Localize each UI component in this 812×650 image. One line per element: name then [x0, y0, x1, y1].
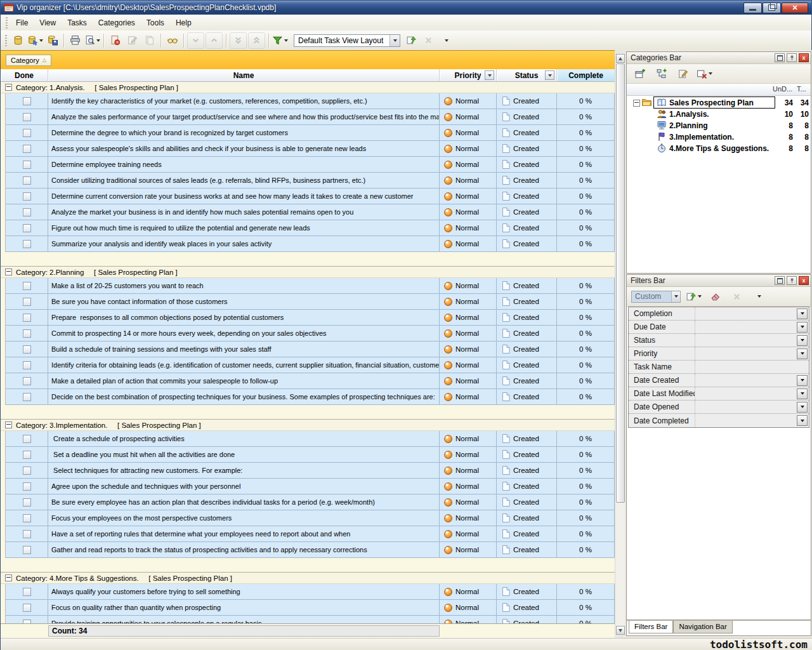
- task-name-cell[interactable]: Select techniques for attracting new cus…: [48, 463, 440, 479]
- menu-file[interactable]: File: [10, 17, 34, 29]
- column-header-status[interactable]: Status: [497, 69, 557, 81]
- scroll-up-button[interactable]: [616, 54, 625, 63]
- column-header-total[interactable]: T...: [797, 85, 806, 93]
- task-name-cell[interactable]: Assess your salespeople's skills and abi…: [48, 141, 440, 157]
- category-group-header[interactable]: Category: 4.More Tips & Suggestions. [ S…: [1, 573, 615, 584]
- filter-dropdown-button[interactable]: [797, 335, 808, 346]
- task-row[interactable]: Build a schedule of training sessions an…: [1, 342, 615, 357]
- tree-item[interactable]: 3.Implementation.88: [627, 131, 811, 143]
- filter-preset-dropdown-icon[interactable]: [671, 291, 680, 302]
- task-name-cell[interactable]: Determine employee training needs: [48, 157, 440, 173]
- menu-tools[interactable]: Tools: [141, 17, 170, 29]
- task-checkbox[interactable]: [23, 498, 31, 507]
- task-row[interactable]: Set a deadline you must hit when all the…: [1, 447, 615, 463]
- filter-value-field[interactable]: [695, 321, 797, 333]
- clear-filter-button[interactable]: [707, 289, 723, 304]
- task-checkbox[interactable]: [23, 361, 31, 369]
- new-task-button[interactable]: [107, 33, 123, 48]
- task-name-cell[interactable]: Identify criteria for obtaining leads (e…: [48, 357, 440, 373]
- task-checkbox[interactable]: [23, 604, 31, 612]
- column-header-done[interactable]: Done: [1, 69, 48, 81]
- task-name-cell[interactable]: Determine current conversion rate your b…: [48, 189, 440, 204]
- categories-restore-icon[interactable]: [775, 53, 785, 62]
- task-name-cell[interactable]: Prepare responses to all common objectio…: [48, 310, 440, 326]
- task-row[interactable]: Identify criteria for obtaining leads (e…: [1, 357, 615, 373]
- task-checkbox[interactable]: [23, 451, 31, 459]
- tree-item[interactable]: 2.Planning88: [627, 120, 811, 131]
- task-row[interactable]: Figure out how much time is required to …: [1, 220, 615, 236]
- task-row[interactable]: Provide training opportunities to your s…: [1, 616, 615, 623]
- add-category-button[interactable]: [632, 66, 648, 81]
- task-checkbox[interactable]: [23, 329, 31, 338]
- task-name-cell[interactable]: Set a deadline you must hit when all the…: [48, 447, 440, 463]
- task-view-layout-combo[interactable]: Default Task View Layout: [294, 34, 400, 47]
- categories-pin-icon[interactable]: [787, 53, 797, 62]
- task-row[interactable]: Prepare responses to all common objectio…: [1, 310, 615, 326]
- task-checkbox[interactable]: [23, 482, 31, 491]
- new-database-button[interactable]: [10, 33, 26, 48]
- combo-dropdown-icon[interactable]: [390, 35, 400, 46]
- task-name-cell[interactable]: Provide training opportunities to your s…: [48, 616, 440, 623]
- add-subcategory-button[interactable]: [653, 66, 669, 81]
- task-row[interactable]: Select techniques for attracting new cus…: [1, 463, 615, 479]
- task-row[interactable]: Analyze the market your business is in a…: [1, 204, 615, 220]
- task-row[interactable]: Focus your employees on the most perspec…: [1, 510, 615, 526]
- task-row[interactable]: Always qualify your customers before try…: [1, 584, 615, 600]
- view-glasses-button[interactable]: [164, 33, 180, 48]
- filter-dropdown-button[interactable]: [797, 348, 808, 359]
- task-checkbox[interactable]: [23, 435, 31, 443]
- filters-restore-icon[interactable]: [775, 276, 785, 285]
- print-preview-button[interactable]: [84, 33, 100, 48]
- task-row[interactable]: Agree upon the schedule and techniques w…: [1, 479, 615, 494]
- task-checkbox[interactable]: [23, 192, 31, 201]
- task-name-cell[interactable]: Analyze the market your business is in a…: [48, 204, 440, 220]
- priority-filter-button[interactable]: [485, 70, 494, 80]
- task-checkbox[interactable]: [23, 314, 31, 322]
- vertical-scrollbar[interactable]: [615, 54, 625, 635]
- task-name-cell[interactable]: Figure out how much time is required to …: [48, 220, 440, 236]
- task-row[interactable]: Consider utilizing traditional sources o…: [1, 173, 615, 189]
- task-row[interactable]: Determine the degree to which your brand…: [1, 125, 615, 141]
- menu-tasks[interactable]: Tasks: [62, 17, 93, 29]
- menu-help[interactable]: Help: [170, 17, 197, 29]
- print-button[interactable]: [67, 33, 83, 48]
- column-header-priority[interactable]: Priority: [440, 69, 497, 81]
- filter-dropdown-button[interactable]: [797, 388, 808, 399]
- task-row[interactable]: Make a detailed plan of action that comm…: [1, 373, 615, 389]
- task-name-cell[interactable]: Focus on quality rather than quantity wh…: [48, 600, 440, 616]
- task-row[interactable]: Decide on the best combination of prospe…: [1, 389, 615, 405]
- task-name-cell[interactable]: Be sure every employee has an action pla…: [48, 494, 440, 510]
- task-checkbox[interactable]: [23, 176, 31, 185]
- filter-dropdown-button[interactable]: [797, 375, 808, 386]
- layout-more-button[interactable]: [438, 33, 454, 48]
- restore-button[interactable]: [763, 3, 781, 13]
- task-name-cell[interactable]: Identify the key characteristics of your…: [48, 93, 440, 109]
- filter-dropdown-button[interactable]: [797, 402, 808, 413]
- task-checkbox[interactable]: [23, 282, 31, 290]
- group-by-category-button[interactable]: Category △: [6, 55, 51, 66]
- category-group-header[interactable]: Category: 2.Planning [ Sales Prospecting…: [1, 267, 615, 278]
- task-checkbox[interactable]: [23, 113, 31, 121]
- filter-dropdown-button[interactable]: [797, 322, 808, 333]
- task-name-cell[interactable]: Build a schedule of training sessions an…: [48, 342, 440, 357]
- menu-view[interactable]: View: [34, 17, 62, 29]
- task-name-cell[interactable]: Gather and read reports to track the sta…: [48, 542, 440, 558]
- task-row[interactable]: Make a list of 20-25 customers you want …: [1, 278, 615, 294]
- column-header-complete[interactable]: Complete: [557, 69, 615, 81]
- task-name-cell[interactable]: Create a schedule of prospecting activit…: [48, 431, 440, 447]
- tree-item[interactable]: Sales Prospecting Plan3434: [627, 97, 811, 109]
- category-group-header[interactable]: Category: 3.Implementation. [ Sales Pros…: [1, 420, 615, 431]
- task-checkbox[interactable]: [23, 546, 31, 554]
- column-header-name[interactable]: Name: [48, 69, 440, 81]
- save-filter-button[interactable]: [686, 289, 702, 304]
- filter-value-field[interactable]: [695, 387, 797, 400]
- minimize-button[interactable]: [743, 3, 762, 13]
- task-row[interactable]: Commit to prospecting 14 or more hours e…: [1, 326, 615, 342]
- filter-dropdown-button[interactable]: [797, 308, 808, 319]
- task-name-cell[interactable]: Have a set of reporting rules that deter…: [48, 526, 440, 542]
- status-filter-button[interactable]: [545, 70, 554, 80]
- task-name-cell[interactable]: Consider utilizing traditional sources o…: [48, 173, 440, 189]
- filters-close-icon[interactable]: x: [799, 276, 809, 285]
- close-button[interactable]: ✕: [782, 3, 808, 13]
- save-database-button[interactable]: [44, 33, 60, 48]
